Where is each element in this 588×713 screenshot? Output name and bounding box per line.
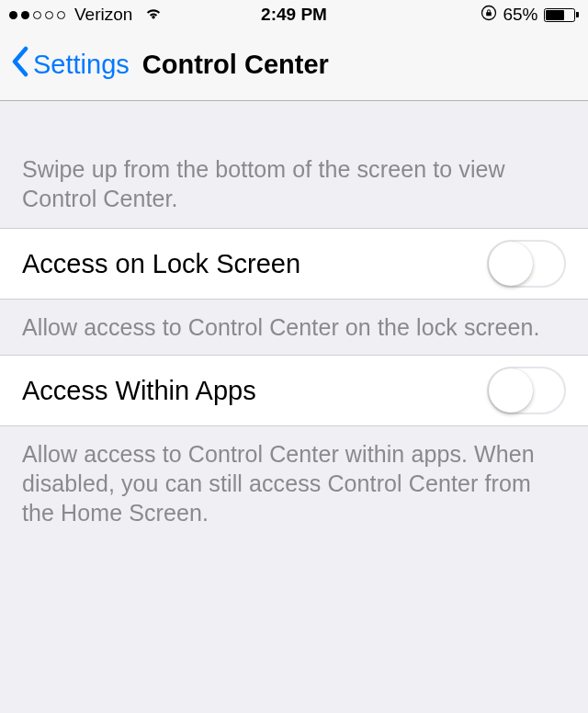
status-left: Verizon [9, 5, 164, 25]
clock: 2:49 PM [261, 5, 327, 25]
status-right: 65% [481, 5, 579, 25]
lock-screen-access-toggle[interactable] [487, 240, 566, 288]
carrier-label: Verizon [74, 5, 132, 25]
within-apps-access-cell: Access Within Apps [0, 355, 588, 426]
cell-label: Access Within Apps [22, 376, 487, 406]
signal-strength-icon [9, 11, 65, 19]
lock-screen-access-cell: Access on Lock Screen [0, 228, 588, 300]
battery-percentage: 65% [503, 5, 537, 25]
back-button[interactable]: Settings [11, 46, 130, 84]
status-bar: Verizon 2:49 PM 65% [0, 0, 588, 29]
page-title: Control Center [142, 50, 329, 80]
within-apps-access-toggle[interactable] [487, 367, 566, 414]
battery-icon [544, 8, 580, 22]
chevron-left-icon [11, 46, 29, 84]
back-label: Settings [33, 50, 130, 80]
rotation-lock-icon [481, 5, 497, 25]
cell-label: Access on Lock Screen [22, 249, 487, 279]
wifi-icon [143, 5, 164, 25]
section-description: Allow access to Control Center within ap… [0, 426, 588, 540]
section-description: Allow access to Control Center on the lo… [0, 300, 588, 355]
navigation-bar: Settings Control Center [0, 29, 588, 101]
section-description: Swipe up from the bottom of the screen t… [0, 101, 588, 228]
switch-knob [489, 368, 533, 413]
switch-knob [489, 242, 533, 286]
